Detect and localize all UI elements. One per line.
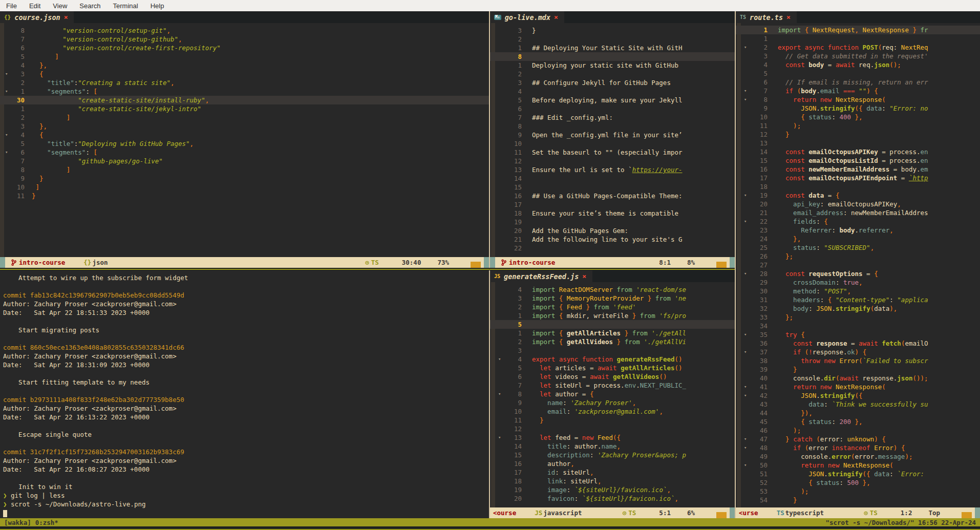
- statusline-orange-block: [471, 262, 481, 268]
- fold-marker-icon[interactable]: ▾: [744, 435, 751, 443]
- menu-help[interactable]: Help: [144, 0, 171, 11]
- code-line: 4 const body = await req.json();: [736, 60, 980, 69]
- scroll-percent: Top: [928, 509, 940, 517]
- code-line: 2import { Feed } from 'feed': [490, 303, 735, 311]
- code-line: 7### Edit _config.yml:: [490, 113, 735, 122]
- code-text: Add the GitHub Pages Gem:: [522, 226, 735, 235]
- token: email_address: [793, 209, 843, 217]
- menu-edit[interactable]: Edit: [23, 0, 47, 11]
- fold-column: [498, 157, 505, 165]
- lsp-indicator: ⊙TS: [623, 509, 636, 517]
- line-number: 32: [751, 304, 768, 313]
- line-number: 15: [505, 451, 522, 459]
- fold-marker-icon[interactable]: ▾: [744, 461, 751, 470]
- fold-marker-icon[interactable]: ▾: [744, 217, 751, 226]
- token: (): [674, 355, 682, 363]
- menu-file[interactable]: File: [0, 0, 23, 11]
- statusline-accent-block: [490, 257, 495, 268]
- line-number: 6: [505, 104, 522, 113]
- code-line: 16## Use a GitHub Pages-Compatible Theme…: [490, 192, 735, 200]
- editor-rss-feed[interactable]: 4import ReactDOMServer from 'react-dom/s…: [490, 285, 735, 507]
- token: [778, 104, 801, 112]
- menu-search[interactable]: Search: [73, 0, 106, 11]
- tab-rss-feed[interactable]: JS generateRssFeed.js ×: [490, 270, 592, 282]
- fold-column: [744, 400, 751, 409]
- line-number: 7: [505, 381, 522, 390]
- fold-marker-icon[interactable]: ▾: [744, 443, 751, 452]
- token: stringify: [820, 392, 855, 399]
- fold-marker-icon[interactable]: ▾: [744, 383, 751, 391]
- token: [808, 26, 813, 34]
- fold-marker-icon[interactable]: ▾: [744, 191, 751, 200]
- code-text: body: JSON.stringify(data),: [768, 304, 980, 313]
- tab-title: go-live.mdx: [505, 13, 550, 22]
- editor-route-ts[interactable]: 1import { NextRequest, NextResponse } fr…: [736, 26, 980, 507]
- code-text: }: [25, 192, 489, 200]
- terminal-line: Author: Zachary Proser <zackproser@gmail…: [0, 300, 489, 308]
- fold-marker-icon[interactable]: ▾: [498, 390, 505, 398]
- fold-marker-icon[interactable]: ▾: [744, 269, 751, 278]
- token: emailOctopusAPIKey: [805, 148, 878, 156]
- line-number: 2: [505, 70, 522, 78]
- token: },: [855, 418, 863, 426]
- tab-course-json[interactable]: {} course.json ×: [0, 11, 74, 23]
- statusline-accent-block-right: [975, 507, 980, 518]
- fold-marker-icon[interactable]: ▾: [498, 355, 505, 364]
- line-number: 2: [505, 337, 522, 346]
- fold-column: [744, 130, 751, 139]
- menu-view[interactable]: View: [47, 0, 73, 11]
- editor-go-live[interactable]: 3}21## Deploying Your Static Site with G…: [490, 26, 735, 257]
- fold-marker-icon[interactable]: ▾: [744, 330, 751, 339]
- fold-marker-icon[interactable]: ▾: [5, 70, 12, 78]
- pane-rss-feed: JS generateRssFeed.js × 4import ReactDOM…: [490, 270, 735, 518]
- code-line: 7 "version-control/setup-github",: [0, 35, 489, 44]
- token: data: [866, 104, 882, 112]
- token: =: [897, 174, 909, 182]
- fold-marker-icon[interactable]: ▾: [744, 348, 751, 356]
- fold-marker-icon[interactable]: ▾: [744, 95, 751, 104]
- token: POST: [863, 44, 878, 51]
- code-line: 9 JSON.stringify({ data: "Error: no: [736, 104, 980, 113]
- pane-terminal[interactable]: Attempt to wire up the subscribe form wi…: [0, 270, 489, 518]
- editor-course-json[interactable]: 8 "version-control/setup-git",7 "version…: [0, 26, 489, 257]
- code-line: 53 );: [736, 487, 980, 496]
- fold-marker-icon[interactable]: ▾: [744, 87, 751, 95]
- fold-marker-icon[interactable]: ▾: [498, 433, 505, 442]
- code-line: 29 crossDomain: true,: [736, 278, 980, 287]
- token: import: [532, 338, 555, 346]
- line-number: 1: [12, 104, 25, 113]
- tmux-window-name[interactable]: 0:zsh*: [35, 519, 58, 526]
- token: status: [793, 244, 816, 251]
- fold-marker-icon[interactable]: ▾: [744, 43, 751, 52]
- code-text: if (!response.ok) {: [768, 348, 980, 356]
- close-icon[interactable]: ×: [582, 272, 586, 280]
- token: import: [532, 312, 555, 320]
- code-line: 11Set the baseurl to "" (especially impo…: [490, 148, 735, 157]
- terminal-line: Date: Sat Apr 22 16:08:27 2023 +0000: [0, 465, 489, 474]
- token: =: [847, 340, 859, 347]
- menu-terminal[interactable]: Terminal: [107, 0, 144, 11]
- token: from: [655, 294, 671, 302]
- token: ❯: [3, 500, 11, 508]
- fold-marker-icon[interactable]: ▾: [5, 87, 12, 96]
- code-line: 3import { MemoryRouterProvider } from 'n…: [490, 294, 735, 303]
- code-line: ▾4export async function generateRssFeed(…: [490, 355, 735, 364]
- code-text: let videos = await getAllVideos(): [522, 372, 735, 381]
- fold-column: [498, 26, 505, 35]
- fold-column: [744, 156, 751, 165]
- code-line-current: 8: [490, 52, 735, 61]
- token: }: [621, 329, 628, 337]
- token: [859, 26, 863, 34]
- close-icon[interactable]: ×: [64, 13, 68, 21]
- fold-marker-icon[interactable]: ▾: [5, 148, 12, 157]
- token: : siteUrl: [563, 477, 598, 485]
- token: email: [547, 408, 567, 415]
- token: [778, 409, 801, 417]
- close-icon[interactable]: ×: [554, 13, 558, 21]
- tab-go-live[interactable]: M↓ go-live.mdx ×: [490, 11, 564, 23]
- tab-route-ts[interactable]: TS route.ts ×: [736, 11, 797, 23]
- token: [: [93, 149, 97, 156]
- fold-marker-icon[interactable]: ▾: [744, 391, 751, 400]
- close-icon[interactable]: ×: [786, 13, 791, 21]
- fold-marker-icon[interactable]: ▾: [5, 131, 12, 139]
